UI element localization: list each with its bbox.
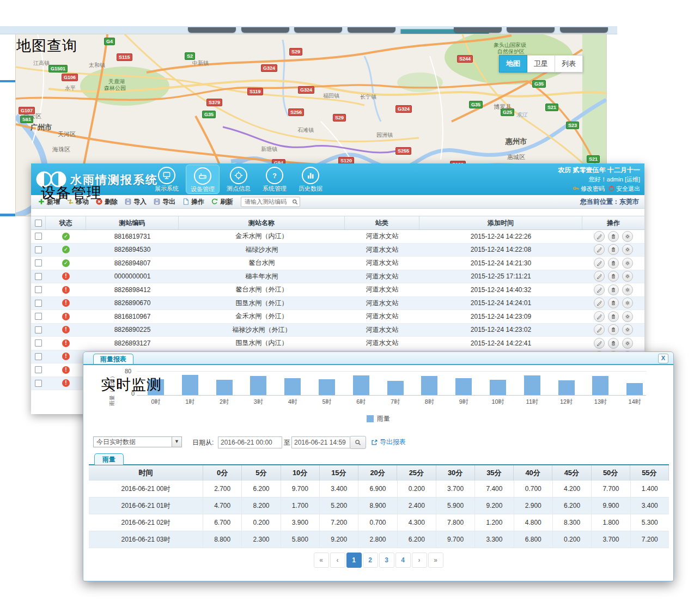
table-row: !8826893127围垦水闸（内江）河道水文站2015-12-24 14:22…	[31, 337, 644, 350]
search-icon[interactable]	[291, 198, 299, 205]
delete-icon[interactable]	[608, 231, 619, 242]
map-type-active[interactable]: 地图	[499, 55, 527, 72]
pager-page-1[interactable]: 1	[346, 553, 362, 568]
cell: 2015-12-24 14:22:26	[419, 230, 582, 243]
row-checkbox[interactable]	[35, 259, 42, 266]
pager-page-2[interactable]: 2	[363, 553, 378, 568]
map-place-label: 福田镇	[323, 92, 339, 100]
date-to-input[interactable]	[291, 436, 356, 448]
delete-icon[interactable]	[608, 244, 619, 255]
row-checkbox[interactable]	[35, 353, 42, 360]
delete-icon[interactable]	[608, 284, 619, 295]
row-checkbox[interactable]	[35, 286, 42, 293]
cropped-nav-button[interactable]	[294, 27, 342, 33]
map-place-label: 博罗县	[494, 103, 512, 111]
edit-icon[interactable]	[594, 244, 605, 255]
cell-value: 9.700	[281, 481, 320, 497]
cropped-nav-button[interactable]	[241, 27, 289, 33]
x-tick-label: 12时	[560, 398, 573, 406]
map-type-option[interactable]: 列表	[555, 55, 583, 72]
delete-icon[interactable]	[608, 338, 619, 349]
road-shield-badge: G35	[469, 101, 483, 108]
delete-icon[interactable]	[608, 271, 619, 282]
row-checkbox[interactable]	[35, 339, 42, 347]
pager-arrow[interactable]: ‹	[330, 553, 345, 568]
edit-icon[interactable]	[594, 324, 605, 335]
pager-arrow[interactable]: ›	[412, 553, 427, 568]
row-checkbox[interactable]	[35, 313, 42, 320]
gear-icon[interactable]	[622, 298, 633, 308]
cropped-nav-button[interactable]	[560, 27, 608, 33]
delete-icon[interactable]	[608, 311, 619, 322]
edit-icon[interactable]	[594, 258, 605, 269]
row-checkbox[interactable]	[35, 326, 42, 333]
row-checkbox[interactable]	[35, 273, 42, 280]
tab-rain[interactable]: 雨量	[94, 453, 124, 465]
nav-item-系统管理[interactable]: 系统管理	[258, 165, 291, 194]
row-checkbox[interactable]	[35, 366, 42, 373]
question-icon	[270, 171, 279, 180]
gear-icon[interactable]	[622, 324, 633, 335]
tab-rain-report[interactable]: 雨量报表	[93, 354, 133, 364]
gear-icon[interactable]	[622, 231, 633, 242]
cell-value: 2.400	[398, 497, 436, 514]
row-checkbox[interactable]	[35, 233, 42, 240]
gear-icon[interactable]	[622, 244, 633, 255]
date-from-input[interactable]	[218, 436, 282, 448]
cell: 福禄沙水闸（外江）	[179, 324, 345, 337]
export-report-link[interactable]: 导出报表	[370, 438, 406, 447]
pager-page-3[interactable]: 3	[379, 553, 394, 568]
toolbar-导出[interactable]: 导出	[153, 197, 175, 207]
edit-icon[interactable]	[594, 311, 605, 322]
edit-icon[interactable]	[594, 231, 605, 242]
cell-value: 6.700	[203, 514, 242, 531]
station-search-input[interactable]	[244, 198, 291, 205]
delete-icon[interactable]	[608, 324, 619, 335]
nav-item-历史数据[interactable]: 历史数据	[294, 165, 327, 194]
rain-bar	[353, 375, 369, 395]
pager-arrow[interactable]: »	[428, 553, 443, 568]
nav-label: 展示系统	[150, 185, 184, 193]
edit-icon[interactable]	[594, 284, 605, 295]
pager-arrow[interactable]: «	[314, 553, 329, 568]
toolbar-操作[interactable]: 操作	[182, 197, 204, 207]
gear-icon[interactable]	[622, 258, 633, 269]
edit-icon[interactable]	[594, 271, 605, 282]
gear-icon[interactable]	[622, 338, 633, 349]
change-password-link[interactable]: 修改密码	[581, 185, 605, 192]
cell: 河道水文站	[345, 230, 419, 243]
edit-icon[interactable]	[594, 298, 605, 308]
row-checkbox[interactable]	[35, 300, 42, 307]
cropped-nav-button[interactable]	[507, 27, 555, 33]
delete-icon[interactable]	[608, 258, 619, 269]
cropped-nav-button[interactable]	[348, 27, 395, 33]
cropped-nav-button[interactable]	[188, 27, 236, 33]
cell: 0000000001	[86, 270, 179, 283]
table-row: ✓8816819731金禾水闸（内江）河道水文站2015-12-24 14:22…	[31, 230, 644, 244]
cell-value: 7.200	[320, 514, 358, 531]
close-icon[interactable]: X	[658, 354, 668, 363]
data-mode-select[interactable]: 今日实时数据 ▼	[93, 436, 182, 447]
gear-icon[interactable]	[622, 271, 633, 282]
gear-icon[interactable]	[622, 284, 633, 295]
nav-item-展示系统[interactable]: 展示系统	[150, 165, 184, 194]
delete-icon[interactable]	[608, 298, 619, 308]
map-place-label: 惠州市	[506, 137, 527, 147]
row-checkbox[interactable]	[35, 246, 42, 253]
map-type-option[interactable]: 卫星	[527, 55, 555, 72]
row-checkbox[interactable]	[35, 380, 42, 387]
nav-item-测点信息[interactable]: 测点信息	[222, 165, 255, 194]
logout-link[interactable]: 安全退出	[616, 185, 640, 192]
toolbar-导入[interactable]: 导入	[124, 197, 147, 207]
query-button[interactable]	[350, 436, 366, 449]
cropped-nav-button[interactable]	[454, 27, 502, 33]
nav-item-设备管理[interactable]: 设备管理	[186, 165, 220, 194]
cell-value: 7.200	[631, 531, 669, 548]
pager-page-4[interactable]: 4	[395, 553, 411, 568]
edit-icon[interactable]	[594, 338, 605, 349]
toolbar-刷新[interactable]: 刷新	[211, 197, 233, 207]
select-all-checkbox[interactable]	[35, 220, 42, 227]
map-place-label: 自然保护区	[497, 48, 525, 56]
chevron-down-icon[interactable]: ▼	[172, 437, 181, 447]
gear-icon[interactable]	[622, 311, 633, 322]
